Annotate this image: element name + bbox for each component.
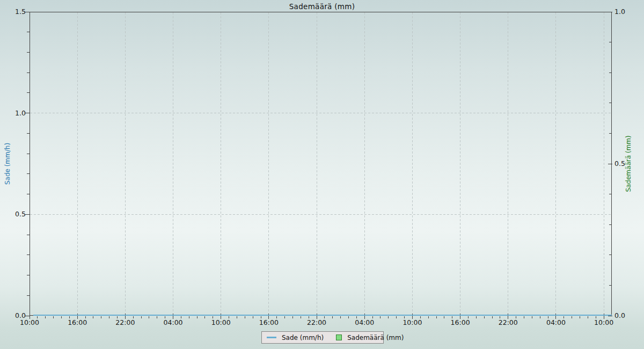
left-axis-minor-tick xyxy=(27,255,30,255)
right-axis-minor-tick xyxy=(609,42,612,42)
sademaara-square-swatch-icon xyxy=(336,335,342,340)
right-axis-minor-tick xyxy=(609,133,612,134)
sade-zero-data-line xyxy=(33,315,612,316)
x-axis-minor-tick xyxy=(372,316,373,318)
legend-label-sademaara: Sademäärä (mm) xyxy=(347,334,404,341)
gridline-vertical xyxy=(125,12,126,316)
right-axis-minor-tick xyxy=(609,103,612,103)
gridline-vertical xyxy=(364,12,365,316)
left-axis-major-tick xyxy=(25,12,30,12)
x-axis-minor-tick xyxy=(101,316,101,318)
x-axis-minor-tick xyxy=(396,316,397,318)
x-axis-minor-tick xyxy=(420,316,421,318)
right-axis-minor-tick xyxy=(609,224,612,225)
precipitation-chart: Sademäärä (mm) 10:0016:0022:0004:0010:00… xyxy=(0,0,644,349)
x-axis-minor-tick xyxy=(532,316,532,318)
left-axis-minor-tick xyxy=(27,154,30,154)
x-axis-minor-tick xyxy=(292,316,293,318)
gridline-vertical xyxy=(77,12,78,316)
gridline-horizontal xyxy=(30,113,612,113)
gridline-vertical xyxy=(412,12,413,316)
x-axis-minor-tick xyxy=(93,316,93,318)
x-axis-minor-tick xyxy=(189,316,189,318)
x-axis-minor-tick xyxy=(436,316,437,318)
right-axis-minor-tick xyxy=(609,72,612,73)
plot-area xyxy=(30,12,612,316)
x-axis-minor-tick xyxy=(580,316,580,318)
x-axis-minor-tick xyxy=(332,316,333,318)
x-axis-tick-label: 04:00 xyxy=(158,318,188,326)
left-axis-minor-tick xyxy=(27,295,30,296)
legend: Sade (mm/h) Sademäärä (mm) xyxy=(261,331,384,344)
right-axis-title: Sademäärä (mm) xyxy=(625,135,632,192)
chart-title: Sademäärä (mm) xyxy=(0,2,644,11)
x-axis-tick-label: 16:00 xyxy=(62,318,92,326)
x-axis-minor-tick xyxy=(340,316,341,318)
right-axis-tick-label: 1.0 xyxy=(614,8,640,16)
x-axis-minor-tick xyxy=(237,316,237,318)
x-axis-minor-tick xyxy=(149,316,149,318)
right-axis-minor-tick xyxy=(609,255,612,255)
x-axis-minor-tick xyxy=(284,316,285,318)
x-axis-minor-tick xyxy=(61,316,62,318)
left-axis-tick-label: 0.0 xyxy=(0,311,26,320)
left-axis-minor-tick xyxy=(27,133,30,134)
x-axis-tick-label: 10:00 xyxy=(397,318,427,326)
left-axis-minor-tick xyxy=(27,173,30,174)
legend-label-sade: Sade (mm/h) xyxy=(282,334,324,341)
x-axis-minor-tick xyxy=(564,316,564,318)
x-axis-minor-tick xyxy=(380,316,380,318)
x-axis-minor-tick xyxy=(484,316,485,318)
x-axis-minor-tick xyxy=(524,316,524,318)
left-axis-major-tick xyxy=(25,113,30,113)
left-axis-minor-tick xyxy=(27,72,30,73)
left-axis-tick-label: 1.5 xyxy=(0,8,26,16)
gridline-vertical xyxy=(173,12,173,316)
x-axis-minor-tick xyxy=(348,316,349,318)
left-axis-major-tick xyxy=(25,214,30,215)
left-axis-minor-tick xyxy=(27,32,30,32)
right-axis-tick-label: 0.0 xyxy=(614,311,640,320)
gridline-horizontal xyxy=(30,214,612,215)
x-axis-minor-tick xyxy=(245,316,245,318)
right-axis-major-tick xyxy=(608,12,612,12)
x-axis-tick-label: 10:00 xyxy=(206,318,236,326)
x-axis-minor-tick xyxy=(85,316,86,318)
gridline-vertical xyxy=(508,12,508,316)
x-axis-minor-tick xyxy=(428,316,429,318)
left-axis-minor-tick xyxy=(27,275,30,275)
x-axis-minor-tick xyxy=(45,316,46,318)
x-axis-tick-label: 16:00 xyxy=(254,318,284,326)
left-axis-major-tick xyxy=(25,316,30,316)
x-axis-tick-label: 04:00 xyxy=(349,318,379,326)
x-axis-minor-tick xyxy=(492,316,493,318)
x-axis-minor-tick xyxy=(229,316,229,318)
x-axis-tick-label: 16:00 xyxy=(445,318,475,326)
gridline-vertical xyxy=(604,12,604,316)
sade-line-swatch-icon xyxy=(267,337,276,338)
gridline-vertical xyxy=(460,12,460,316)
gridline-vertical xyxy=(555,12,556,316)
left-axis-tick-label: 1.0 xyxy=(0,109,26,118)
gridline-vertical xyxy=(221,12,221,316)
x-axis-minor-tick xyxy=(388,316,389,318)
gridline-vertical xyxy=(268,12,269,316)
x-axis-minor-tick xyxy=(253,316,253,318)
x-axis-minor-tick xyxy=(109,316,109,318)
left-axis-minor-tick xyxy=(27,52,30,53)
x-axis-minor-tick xyxy=(516,316,516,318)
right-axis-major-tick xyxy=(608,164,612,164)
x-axis-minor-tick xyxy=(540,316,540,318)
left-axis-minor-tick xyxy=(27,194,30,194)
x-axis-tick-label: 04:00 xyxy=(541,318,571,326)
x-axis-minor-tick xyxy=(301,316,301,318)
left-axis-minor-tick xyxy=(27,92,30,93)
x-axis-minor-tick xyxy=(181,316,181,318)
x-axis-minor-tick xyxy=(276,316,277,318)
x-axis-minor-tick xyxy=(468,316,469,318)
left-axis-title: Sade (mm/h) xyxy=(4,143,11,185)
x-axis-minor-tick xyxy=(476,316,477,318)
x-axis-minor-tick xyxy=(157,316,157,318)
x-axis-minor-tick xyxy=(444,316,444,318)
x-axis-tick-label: 22:00 xyxy=(110,318,140,326)
